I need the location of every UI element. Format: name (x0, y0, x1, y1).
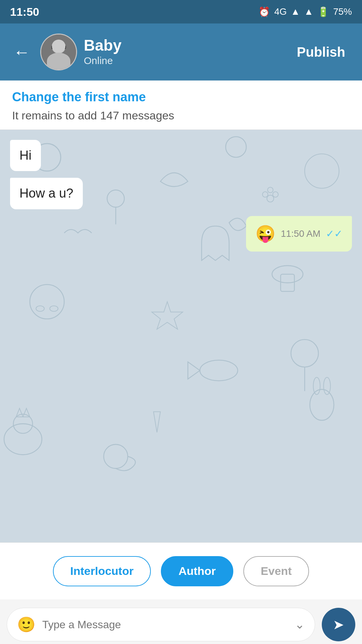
contact-name: Baby (84, 38, 284, 53)
message-input[interactable] (42, 619, 288, 631)
message-input-area: 🙂 ⌄ ➤ (0, 599, 362, 644)
role-selector: Interlocutor Author Event (0, 542, 362, 599)
message-emoji: 😜 (255, 223, 276, 244)
svg-point-1 (52, 40, 66, 54)
message-outgoing-1: 😜 11:50 AM ✓✓ (246, 216, 352, 252)
contact-info: Baby Online (84, 38, 284, 66)
author-button[interactable]: Author (161, 556, 233, 586)
event-button[interactable]: Event (243, 556, 309, 586)
publish-button[interactable]: Publish (290, 41, 352, 63)
info-title: Change the first name (12, 90, 350, 104)
send-icon: ➤ (333, 617, 344, 632)
status-bar: 11:50 ⏰ 4G ▲ ▲ 🔋 75% (0, 0, 362, 23)
message-text-2: How a u? (19, 186, 73, 200)
signal-icon-2: ▲ (304, 6, 313, 17)
info-subtitle: It remains to add 147 messages (12, 109, 350, 122)
toolbar: ← Baby Online Publish (0, 23, 362, 80)
message-time: 11:50 AM (281, 228, 320, 240)
svg-point-2 (48, 56, 70, 69)
input-container: 🙂 ⌄ (7, 608, 315, 641)
chat-area: Hi How a u? 😜 11:50 AM ✓✓ (0, 130, 362, 542)
send-button[interactable]: ➤ (322, 608, 355, 641)
message-incoming-2: How a u? (10, 178, 83, 209)
battery-percent: 75% (333, 6, 352, 17)
signal-icon: ▲ (291, 6, 300, 17)
info-bar: Change the first name It remains to add … (0, 80, 362, 130)
message-text-1: Hi (19, 148, 32, 162)
avatar-image (41, 35, 76, 69)
messages-container: Hi How a u? 😜 11:50 AM ✓✓ (0, 130, 362, 542)
network-type: 4G (274, 6, 287, 17)
battery-icon: 🔋 (317, 6, 329, 17)
emoji-button[interactable]: 🙂 (17, 616, 36, 633)
message-ticks: ✓✓ (326, 227, 343, 240)
svg-rect-4 (60, 45, 66, 49)
svg-rect-3 (51, 45, 58, 49)
message-incoming-1: Hi (10, 140, 41, 171)
back-button[interactable]: ← (10, 40, 34, 64)
svg-rect-0 (41, 35, 76, 69)
dropdown-icon[interactable]: ⌄ (295, 618, 305, 632)
status-icons: ⏰ 4G ▲ ▲ 🔋 75% (258, 6, 352, 17)
contact-status: Online (84, 55, 284, 66)
alarm-icon: ⏰ (258, 6, 270, 17)
avatar (40, 34, 77, 70)
back-icon: ← (13, 43, 30, 61)
interlocutor-button[interactable]: Interlocutor (53, 556, 151, 586)
status-time: 11:50 (10, 5, 39, 18)
